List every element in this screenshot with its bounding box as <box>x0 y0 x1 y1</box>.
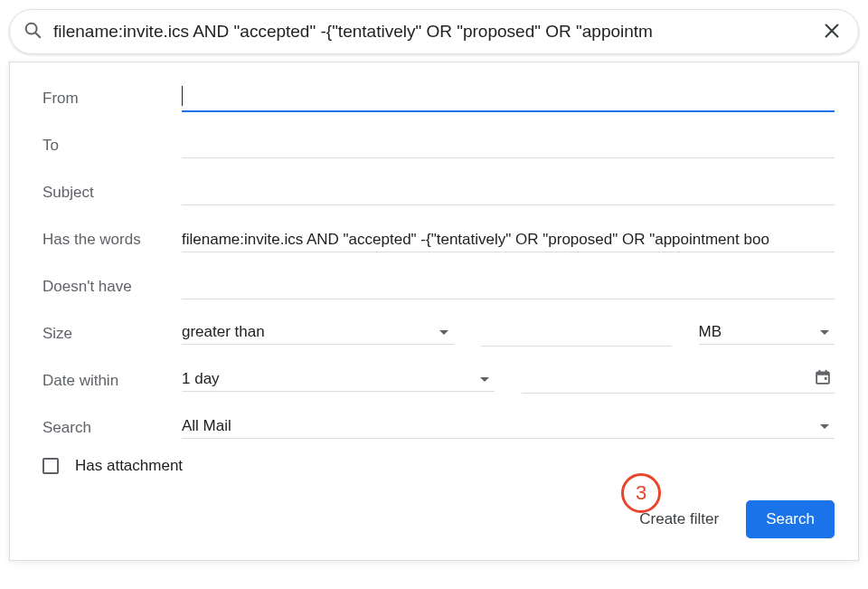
size-label: Size <box>42 325 182 343</box>
has-words-row: Has the words <box>42 220 835 260</box>
chevron-down-icon <box>820 424 829 429</box>
svg-rect-8 <box>826 369 827 373</box>
subject-row: Subject <box>42 173 835 213</box>
search-scope-label: Search <box>42 419 182 437</box>
doesnt-have-label: Doesn't have <box>42 278 182 296</box>
footer-actions: Create filter Search <box>42 500 835 538</box>
step-annotation: 3 <box>621 473 661 513</box>
from-input[interactable] <box>182 86 835 112</box>
text-cursor <box>182 86 183 106</box>
svg-rect-6 <box>825 377 827 380</box>
date-within-row: Date within 1 day <box>42 361 835 401</box>
chevron-down-icon <box>820 330 829 335</box>
chevron-down-icon <box>480 377 489 382</box>
size-row: Size greater than MB <box>42 314 835 354</box>
date-picker-input[interactable] <box>522 369 835 394</box>
calendar-icon <box>813 367 833 391</box>
size-comparator-value: greater than <box>182 323 439 341</box>
create-filter-button[interactable]: Create filter <box>639 510 719 528</box>
to-row: To <box>42 126 835 166</box>
search-bar <box>9 9 859 54</box>
doesnt-have-input[interactable] <box>182 274 835 299</box>
search-input[interactable] <box>53 22 818 42</box>
has-words-label: Has the words <box>42 231 182 249</box>
to-input[interactable] <box>182 133 835 158</box>
has-attachment-checkbox[interactable] <box>42 458 59 474</box>
subject-label: Subject <box>42 184 182 202</box>
has-words-input[interactable] <box>182 227 835 252</box>
search-filter-panel: From To Subject Has the words <box>9 62 859 561</box>
size-comparator-select[interactable]: greater than <box>182 323 454 345</box>
chevron-down-icon <box>439 330 448 335</box>
close-icon <box>822 21 842 43</box>
has-attachment-row: Has attachment <box>42 457 835 475</box>
to-label: To <box>42 137 182 155</box>
from-row: From <box>42 79 835 119</box>
size-unit-select[interactable]: MB <box>699 323 835 345</box>
search-button[interactable]: Search <box>746 500 835 538</box>
svg-rect-7 <box>818 369 820 373</box>
subject-input[interactable] <box>182 180 835 205</box>
search-scope-select[interactable]: All Mail <box>182 417 835 439</box>
date-range-select[interactable]: 1 day <box>182 370 495 392</box>
search-scope-row: Search All Mail <box>42 408 835 448</box>
date-range-value: 1 day <box>182 370 480 388</box>
date-within-label: Date within <box>42 372 182 390</box>
step-number: 3 <box>636 481 646 505</box>
search-scope-value: All Mail <box>182 417 820 435</box>
from-label: From <box>42 90 182 108</box>
clear-search-button[interactable] <box>818 17 845 47</box>
svg-line-1 <box>35 33 40 37</box>
has-attachment-label: Has attachment <box>75 457 183 475</box>
doesnt-have-row: Doesn't have <box>42 267 835 307</box>
search-icon <box>23 20 42 43</box>
size-unit-value: MB <box>699 323 820 341</box>
size-amount-input[interactable] <box>481 321 672 347</box>
